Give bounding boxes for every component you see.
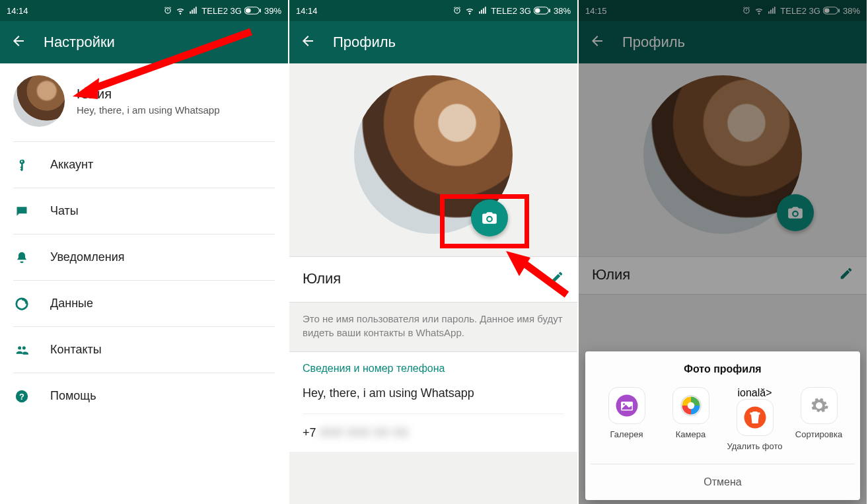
gear-icon xyxy=(809,396,829,415)
signal-icon xyxy=(478,6,488,15)
option-label: Камера xyxy=(676,429,705,440)
svg-rect-1 xyxy=(246,9,251,13)
screen-profile-photo-sheet: 14:15 TELE2 3G 38% Профиль Юлия xyxy=(579,0,868,504)
chat-icon xyxy=(15,205,29,218)
status-bar: 14:14 TELE2 3G 38% xyxy=(289,0,577,21)
svg-point-5 xyxy=(22,346,26,349)
carrier-label: TELE2 3G xyxy=(491,6,531,16)
option-label: Галерея xyxy=(610,429,643,440)
battery-icon xyxy=(244,7,262,15)
wifi-icon xyxy=(464,6,475,15)
menu-label: Контакты xyxy=(50,343,102,357)
page-title: Профиль xyxy=(333,34,396,51)
svg-rect-11 xyxy=(535,9,540,13)
signal-icon xyxy=(188,6,199,15)
app-bar: Настройки xyxy=(0,21,288,63)
screen-settings: 14:14 TELE2 3G 39% Настройки Юлия Hey, t… xyxy=(0,0,289,504)
status-bar: 14:14 TELE2 3G 39% xyxy=(0,0,288,21)
arrow-left-icon xyxy=(300,33,316,49)
menu-label: Данные xyxy=(50,297,93,310)
back-button[interactable] xyxy=(300,33,316,52)
data-icon xyxy=(15,297,29,311)
info-heading: Сведения и номер телефона xyxy=(303,363,564,375)
svg-point-4 xyxy=(18,346,21,349)
status-time: 14:14 xyxy=(7,6,28,16)
option-sort[interactable]: Сортировка xyxy=(789,387,849,452)
svg-point-21 xyxy=(623,403,625,405)
wifi-icon xyxy=(175,6,186,15)
battery-pct: 38% xyxy=(554,6,571,16)
menu-item-contacts[interactable]: Контакты xyxy=(13,326,275,373)
option-delete-photo[interactable]: ională> Удалить фото xyxy=(725,387,785,452)
photo-picker-sheet: Фото профиля Галерея xyxy=(585,351,860,500)
status-text[interactable]: Hey, there, i am using Whatsapp xyxy=(303,386,564,414)
menu-label: Уведомления xyxy=(50,250,125,264)
camera-color-icon xyxy=(679,394,703,417)
battery-pct: 39% xyxy=(264,6,281,16)
svg-point-23 xyxy=(687,402,694,410)
bell-icon xyxy=(15,250,28,265)
profile-row[interactable]: Юлия Hey, there, i am using Whatsapp xyxy=(0,63,288,141)
svg-rect-2 xyxy=(260,9,261,12)
profile-status: Hey, there, i am using Whatsapp xyxy=(77,104,220,116)
menu-label: Помощь xyxy=(50,389,96,403)
menu-item-account[interactable]: Аккаунт xyxy=(13,141,275,188)
alarm-icon xyxy=(452,6,462,15)
contacts-icon xyxy=(14,343,30,357)
sheet-title: Фото профиля xyxy=(591,363,855,375)
gallery-icon xyxy=(615,394,639,417)
phone-number[interactable]: +7 XXX XXX XX XX xyxy=(303,414,564,452)
key-icon xyxy=(15,157,28,173)
option-label: Удалить фото xyxy=(727,441,783,452)
pencil-icon xyxy=(550,270,564,285)
menu-item-chats[interactable]: Чаты xyxy=(13,188,275,234)
menu-label: Аккаунт xyxy=(50,158,93,172)
name-row[interactable]: Юлия xyxy=(289,256,577,303)
back-button[interactable] xyxy=(11,33,26,52)
menu-item-data[interactable]: Данные xyxy=(13,280,275,326)
option-camera[interactable]: Камера xyxy=(661,387,721,452)
edit-name-button[interactable] xyxy=(550,270,564,287)
menu-item-help[interactable]: ? Помощь xyxy=(13,373,275,419)
name-hint: Это не имя пользователя или пароль. Данн… xyxy=(289,303,577,351)
profile-name: Юлия xyxy=(303,270,341,287)
avatar xyxy=(13,75,65,127)
sheet-cancel-button[interactable]: Отмена xyxy=(591,464,855,500)
battery-icon xyxy=(534,7,551,15)
menu-label: Чаты xyxy=(50,204,79,218)
option-gallery[interactable]: Галерея xyxy=(597,387,657,452)
trash-icon xyxy=(743,406,767,429)
arrow-left-icon xyxy=(11,33,26,49)
status-time: 14:14 xyxy=(296,6,318,16)
profile-name: Юлия xyxy=(77,87,220,102)
alarm-icon xyxy=(163,6,172,15)
change-photo-button[interactable] xyxy=(471,199,508,236)
svg-rect-12 xyxy=(549,9,550,12)
carrier-label: TELE2 3G xyxy=(201,6,242,16)
screen-profile: 14:14 TELE2 3G 38% Профиль Юлия xyxy=(289,0,579,504)
svg-text:?: ? xyxy=(19,391,24,401)
menu-item-notifications[interactable]: Уведомления xyxy=(13,234,275,280)
camera-icon xyxy=(481,209,498,227)
page-title: Настройки xyxy=(44,34,115,51)
help-icon: ? xyxy=(15,389,29,404)
option-label: Сортировка xyxy=(795,429,842,440)
app-bar: Профиль xyxy=(289,21,577,63)
